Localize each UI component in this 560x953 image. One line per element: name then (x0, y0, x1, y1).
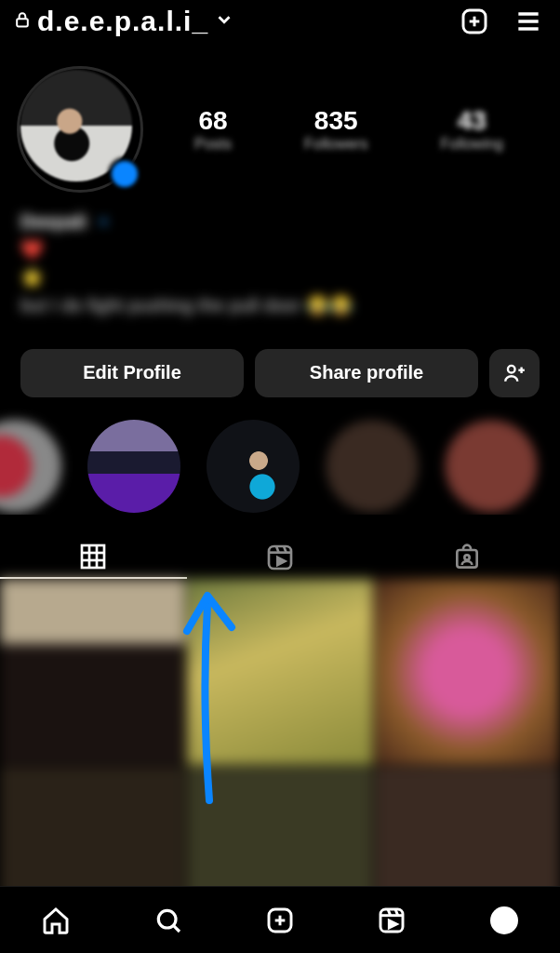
tab-reels[interactable] (187, 537, 374, 579)
tab-tagged[interactable] (373, 537, 560, 579)
bio-text: Deepali 🔹 ❤️ ⭐ but I do fight pushing th… (0, 189, 560, 325)
profile-action-row: Edit Profile Share profile (0, 325, 560, 397)
highlight-item[interactable]: 💙 (203, 420, 303, 515)
discover-people-button[interactable] (489, 349, 540, 397)
svg-marker-19 (277, 557, 285, 565)
profile-header: 68 Posts 835 Followers 43 Following (0, 44, 560, 189)
chevron-down-icon[interactable] (214, 9, 234, 34)
svg-point-21 (464, 556, 469, 560)
nav-create[interactable] (261, 902, 299, 939)
highlight-item[interactable] (441, 420, 541, 515)
nav-reels[interactable] (373, 902, 410, 939)
svg-rect-10 (82, 545, 104, 568)
stat-label: Following (440, 136, 503, 153)
stat-label: Followers (304, 136, 367, 153)
stat-label: Posts (194, 136, 232, 153)
highlight-item[interactable] (322, 420, 422, 515)
svg-line-23 (173, 925, 180, 932)
nav-search[interactable] (150, 902, 187, 939)
highlight-item[interactable]: 🖤 (84, 420, 184, 515)
stat-following[interactable]: 43 Following (440, 106, 503, 153)
post-thumbnail[interactable] (0, 579, 185, 765)
create-post-button[interactable] (456, 3, 493, 40)
lock-icon (13, 10, 32, 33)
username[interactable]: d.e.e.p.a.l.i_ (37, 6, 208, 37)
tab-grid[interactable] (0, 537, 187, 579)
svg-marker-31 (390, 920, 397, 928)
post-thumbnail[interactable] (375, 579, 560, 765)
profile-icon (490, 906, 518, 934)
stat-value: 43 (440, 106, 503, 136)
stat-value: 835 (304, 106, 367, 136)
share-profile-button[interactable]: Share profile (255, 349, 478, 397)
stat-followers[interactable]: 835 Followers (304, 106, 367, 153)
hamburger-icon[interactable] (510, 3, 547, 40)
nav-profile[interactable] (486, 902, 523, 939)
svg-point-7 (508, 366, 515, 373)
stat-posts[interactable]: 68 Posts (194, 106, 232, 153)
svg-rect-0 (17, 20, 28, 27)
story-highlights: 🖤 💙 (0, 397, 560, 515)
profile-tabs (0, 537, 560, 579)
stat-value: 68 (194, 106, 232, 136)
highlight-item[interactable] (0, 420, 65, 515)
nav-home[interactable] (37, 902, 74, 939)
bottom-nav (0, 886, 560, 953)
add-story-icon[interactable] (108, 157, 141, 191)
post-thumbnail[interactable] (187, 579, 372, 765)
top-bar: d.e.e.p.a.l.i_ (0, 0, 560, 44)
svg-point-22 (158, 910, 176, 928)
edit-profile-button[interactable]: Edit Profile (20, 349, 244, 397)
